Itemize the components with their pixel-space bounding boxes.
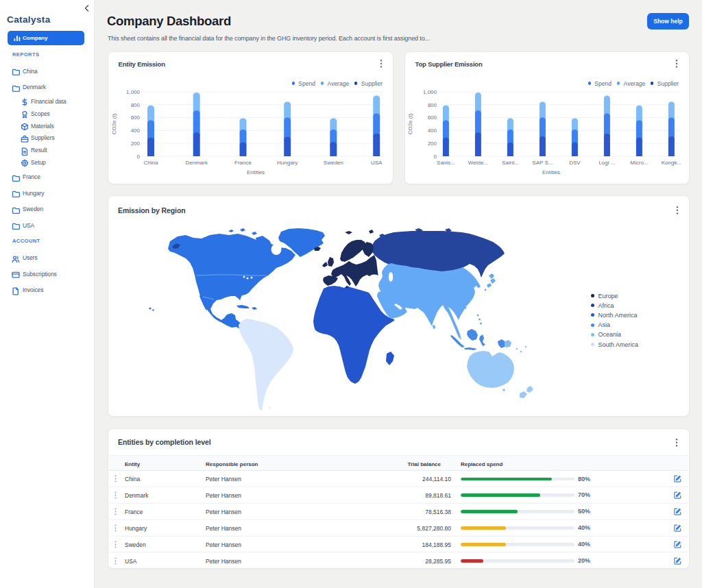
svg-text:Entities: Entities xyxy=(542,169,560,175)
svg-text:600: 600 xyxy=(428,114,437,121)
svg-text:Kongk...: Kongk... xyxy=(662,160,681,166)
svg-text:0: 0 xyxy=(434,154,437,160)
svg-text:Micro...: Micro... xyxy=(630,160,648,166)
svg-text:Sweden: Sweden xyxy=(324,160,343,166)
svg-text:Entities: Entities xyxy=(247,169,265,175)
svg-text:Hungary: Hungary xyxy=(277,160,298,166)
svg-text:Logi ...: Logi ... xyxy=(598,160,615,166)
svg-text:SAP S...: SAP S... xyxy=(532,160,553,166)
svg-text:800: 800 xyxy=(428,102,437,108)
svg-text:800: 800 xyxy=(131,102,141,108)
svg-text:Sanis...: Sanis... xyxy=(437,160,455,166)
svg-text:400: 400 xyxy=(131,127,141,134)
svg-text:1,000: 1,000 xyxy=(423,89,437,95)
svg-text:Welde...: Welde... xyxy=(468,160,488,166)
svg-text:200: 200 xyxy=(428,140,437,147)
svg-text:200: 200 xyxy=(131,140,141,147)
svg-text:CO2e (t): CO2e (t) xyxy=(111,113,117,134)
svg-text:0: 0 xyxy=(137,154,141,160)
svg-text:CO2e (t): CO2e (t) xyxy=(407,113,413,134)
svg-text:Denmark: Denmark xyxy=(185,160,208,166)
svg-text:400: 400 xyxy=(428,127,437,134)
svg-text:France: France xyxy=(234,160,252,166)
svg-text:USA: USA xyxy=(371,160,383,166)
svg-text:DSV: DSV xyxy=(569,160,581,166)
svg-text:600: 600 xyxy=(131,114,141,121)
svg-text:China: China xyxy=(144,160,158,166)
svg-text:1,000: 1,000 xyxy=(126,89,141,95)
svg-text:Saint...: Saint... xyxy=(502,160,519,166)
